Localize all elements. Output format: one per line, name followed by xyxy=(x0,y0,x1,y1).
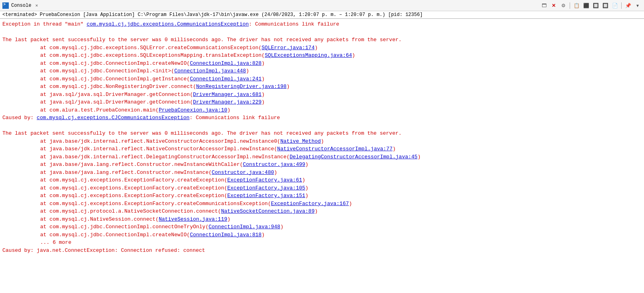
stack-link-1[interactable]: SQLError.java:174 xyxy=(261,45,315,51)
stack-line-4: at com.mysql.cj.jdbc.ConnectionImpl.<ini… xyxy=(2,67,642,75)
exception-line-1: Exception in thread "main" com.mysql.cj.… xyxy=(2,20,642,28)
stack-suffix-13: ) xyxy=(305,161,309,167)
stack-suffix-11: ) xyxy=(393,146,396,152)
stack-line-21: at com.mysql.cj.jdbc.ConnectionImpl.conn… xyxy=(2,223,642,231)
stack-suffix-18: ) xyxy=(349,201,352,207)
stack-link-13[interactable]: Constructor.java:499 xyxy=(243,161,305,167)
stack-link-22[interactable]: ConnectionImpl.java:818 xyxy=(190,232,261,238)
toolbar-minimize-btn[interactable]: 🗖 xyxy=(540,2,548,10)
console-output[interactable]: Exception in thread "main" com.mysql.cj.… xyxy=(0,19,644,288)
stack-prefix-14: at java.base/java.lang.reflect.Construct… xyxy=(15,169,212,175)
stack-prefix-1: at com.mysql.cj.jdbc.exceptions.SQLError… xyxy=(15,45,261,51)
stack-line-2: at com.mysql.cj.jdbc.exceptions.SQLExcep… xyxy=(2,52,642,60)
console-tab-icon xyxy=(2,2,9,9)
stack-link-16[interactable]: ExceptionFactory.java:105 xyxy=(227,185,305,191)
stack-suffix-5: ) xyxy=(261,76,265,82)
stack-link-17[interactable]: ExceptionFactory.java:151 xyxy=(227,193,305,199)
stack-link-3[interactable]: ConnectionImpl.java:828 xyxy=(190,60,261,66)
stack-suffix-4: ) xyxy=(246,68,249,74)
status-text: <terminated> PruebaConexion [Java Applic… xyxy=(2,12,423,18)
stack-line-13: at java.base/java.lang.reflect.Construct… xyxy=(2,161,642,169)
stack-line-7: at java.sql/java.sql.DriverManager.getCo… xyxy=(2,91,642,99)
stack-line-16: at com.mysql.cj.exceptions.ExceptionFact… xyxy=(2,184,642,192)
stack-link-20[interactable]: NativeSession.java:119 xyxy=(159,216,227,222)
stack-link-12[interactable]: DelegatingConstructorAccessorImpl.java:4… xyxy=(290,154,418,160)
stack-prefix-12: at java.base/jdk.internal.reflect.Delega… xyxy=(15,154,290,160)
stack-prefix-20: at com.mysql.cj.NativeSession.connect( xyxy=(15,216,159,222)
stack-line-1: at com.mysql.cj.jdbc.exceptions.SQLError… xyxy=(2,44,642,52)
stack-line-11: at java.base/jdk.internal.reflect.Native… xyxy=(2,145,642,153)
stack-line-3: at com.mysql.cj.jdbc.ConnectionImpl.crea… xyxy=(2,60,642,68)
stack-prefix-2: at com.mysql.cj.jdbc.exceptions.SQLExcep… xyxy=(15,52,265,58)
exception-link-1[interactable]: com.mysql.cj.jdbc.exceptions.Communicati… xyxy=(87,21,249,27)
toolbar-btn5[interactable]: 📄 xyxy=(611,2,619,10)
stack-line-12: at java.base/jdk.internal.reflect.Delega… xyxy=(2,153,642,161)
caused2-suffix: : Connection refused: connect xyxy=(115,247,205,253)
stack-prefix-9: at com.alura.test.PruebaConexion.main( xyxy=(15,107,159,113)
stack-suffix-19: ) xyxy=(315,208,318,214)
toolbar-copy-btn[interactable]: 📋 xyxy=(572,2,580,10)
caused1-link[interactable]: com.mysql.cj.exceptions.CJCommunications… xyxy=(37,115,189,121)
stack-line-19: at com.mysql.cj.protocol.a.NativeSocketC… xyxy=(2,207,642,215)
stack-suffix-16: ) xyxy=(305,185,309,191)
toolbar-paste-btn[interactable]: ⬛ xyxy=(582,2,590,10)
caused2-text: java.net.ConnectException xyxy=(37,247,115,253)
stack-link-5[interactable]: ConnectionImpl.java:241 xyxy=(190,76,261,82)
stack-line-14: at java.base/java.lang.reflect.Construct… xyxy=(2,169,642,177)
stack-prefix-18: at com.mysql.cj.exceptions.ExceptionFact… xyxy=(15,201,271,207)
stack-line-8: at java.sql/java.sql.DriverManager.getCo… xyxy=(2,98,642,106)
stack-link-7[interactable]: DriverManager.java:681 xyxy=(193,92,262,98)
stack-prefix-22: at com.mysql.cj.jdbc.ConnectionImpl.crea… xyxy=(15,232,190,238)
stack-prefix-6: at com.mysql.cj.jdbc.NonRegisteringDrive… xyxy=(15,84,196,90)
stack-suffix-22: ) xyxy=(261,232,265,238)
tab-label: Console xyxy=(11,3,31,8)
stack-link-21[interactable]: ConnectionImpl.java:948 xyxy=(209,224,280,230)
toolbar-terminate-btn[interactable]: ✕ xyxy=(550,2,558,10)
stack-prefix-7: at java.sql/java.sql.DriverManager.getCo… xyxy=(15,92,193,98)
caused1-prefix: Caused by: xyxy=(2,115,37,121)
stack-link-2[interactable]: SQLExceptionsMapping.java:64 xyxy=(265,52,352,58)
stack-prefix-4: at com.mysql.cj.jdbc.ConnectionImpl.<ini… xyxy=(15,68,174,74)
stack-suffix-1: ) xyxy=(315,45,318,51)
empty-line-2 xyxy=(2,122,642,130)
stack-line-20: at com.mysql.cj.NativeSession.connect(Na… xyxy=(2,215,642,223)
toolbar-view-menu-btn[interactable]: ▾ xyxy=(634,2,642,10)
stack-line-5: at com.mysql.cj.jdbc.ConnectionImpl.getI… xyxy=(2,75,642,83)
stack-link-18[interactable]: ExceptionFactory.java:167 xyxy=(271,201,349,207)
stack-link-4[interactable]: ConnectionImpl.java:448 xyxy=(174,68,246,74)
exception-prefix-1: Exception in thread "main" xyxy=(2,21,87,27)
stack-link-14[interactable]: Constructor.java:480 xyxy=(212,169,274,175)
last-packet-line-1: The last packet sent successfully to the… xyxy=(2,36,642,44)
stack-suffix-17: ) xyxy=(305,193,309,199)
toolbar-btn3[interactable]: 🔲 xyxy=(592,2,600,10)
toolbar-settings-btn[interactable]: ⚙ xyxy=(559,2,567,10)
stack-suffix-10: ) xyxy=(321,138,324,144)
empty-line-1 xyxy=(2,28,642,36)
stack-link-6[interactable]: NonRegisteringDriver.java:198 xyxy=(196,84,287,90)
stack-prefix-21: at com.mysql.cj.jdbc.ConnectionImpl.conn… xyxy=(15,224,209,230)
stack-link-9[interactable]: PruebaConexion.java:10 xyxy=(159,107,227,113)
stack-suffix-20: ) xyxy=(227,216,231,222)
exception-suffix-1: : Communications link failure xyxy=(249,21,339,27)
stack-link-15[interactable]: ExceptionFactory.java:61 xyxy=(227,177,302,183)
stack-prefix-13: at java.base/java.lang.reflect.Construct… xyxy=(15,161,243,167)
stack-link-10[interactable]: Native Method xyxy=(280,138,321,144)
stack-line-18: at com.mysql.cj.exceptions.ExceptionFact… xyxy=(2,200,642,208)
stack-line-10: at java.base/jdk.internal.reflect.Native… xyxy=(2,138,642,146)
stack-prefix-10: at java.base/jdk.internal.reflect.Native… xyxy=(15,138,280,144)
caused-by-1: Caused by: com.mysql.cj.exceptions.CJCom… xyxy=(2,114,642,122)
toolbar-pin-btn[interactable]: 📌 xyxy=(624,2,632,10)
close-tab-button[interactable]: ✕ xyxy=(35,3,38,8)
stack-prefix-11: at java.base/jdk.internal.reflect.Native… xyxy=(15,146,277,152)
stack-prefix-3: at com.mysql.cj.jdbc.ConnectionImpl.crea… xyxy=(15,60,190,66)
stack-line-6: at com.mysql.cj.jdbc.NonRegisteringDrive… xyxy=(2,83,642,91)
stack-suffix-14: ) xyxy=(274,169,277,175)
stack-prefix-8: at java.sql/java.sql.DriverManager.getCo… xyxy=(15,99,193,105)
stack-line-22: at com.mysql.cj.jdbc.ConnectionImpl.crea… xyxy=(2,231,642,239)
stack-link-19[interactable]: NativeSocketConnection.java:89 xyxy=(221,208,315,214)
stack-suffix-3: ) xyxy=(261,60,265,66)
toolbar-btn4[interactable]: 🔲 xyxy=(601,2,609,10)
stack-link-11[interactable]: NativeConstructorAccessorImpl.java:77 xyxy=(277,146,393,152)
toolbar-divider1 xyxy=(570,2,570,9)
stack-link-8[interactable]: DriverManager.java:229 xyxy=(193,99,262,105)
